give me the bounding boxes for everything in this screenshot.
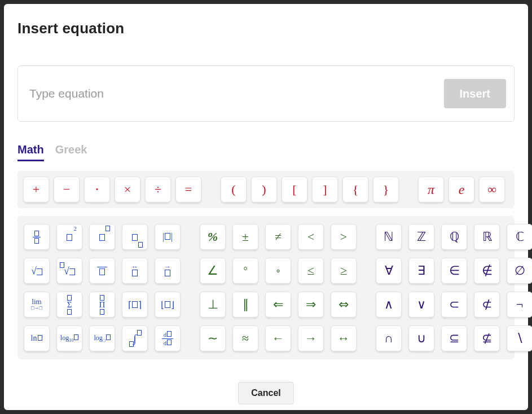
key-parallel[interactable]: ∥ [232, 292, 258, 318]
operators-panel: + − · × ÷ = ( ) [ ] { } π e ∞ [17, 171, 515, 208]
key-degree[interactable]: ° [232, 258, 258, 284]
key-rbracket[interactable]: ] [312, 177, 338, 202]
equation-input-row: Insert [17, 65, 515, 122]
key-cdot[interactable]: · [84, 177, 110, 202]
key-ln[interactable]: ln [24, 325, 50, 351]
key-logn[interactable]: log□ [89, 325, 115, 351]
key-leftarrow[interactable]: ← [265, 325, 291, 351]
key-e[interactable]: e [449, 177, 474, 202]
key-ceil[interactable]: ⌈⌉ [122, 292, 148, 318]
key-sqrt[interactable]: √ [24, 258, 50, 284]
key-leftrightarrow[interactable]: ↔ [331, 325, 357, 351]
spacer [403, 190, 414, 190]
key-limit[interactable]: lim□→□ [24, 292, 50, 318]
key-infinity[interactable]: ∞ [479, 177, 505, 202]
key-rightarrow[interactable]: → [298, 325, 324, 351]
key-equals[interactable]: = [175, 177, 201, 202]
key-over-leftrightarrow[interactable]: ↔ [122, 258, 148, 284]
key-perp[interactable]: ⊥ [200, 292, 226, 318]
key-abs[interactable]: || [155, 224, 181, 250]
key-rationals[interactable]: ℚ [441, 224, 467, 250]
key-or[interactable]: ∨ [408, 292, 434, 318]
key-le[interactable]: ≤ [298, 258, 324, 284]
key-sum[interactable]: Σ [56, 292, 82, 318]
key-product[interactable]: Π [89, 292, 115, 318]
equation-input[interactable] [29, 87, 444, 100]
dialog-title: Insert equation [17, 20, 515, 37]
key-overline[interactable] [89, 258, 115, 284]
key-plus[interactable]: + [23, 177, 49, 202]
key-lbrace[interactable]: { [342, 177, 368, 202]
key-implies-left[interactable]: ⇐ [265, 292, 291, 318]
key-reals[interactable]: ℝ [474, 224, 500, 250]
key-sim[interactable]: ∼ [200, 325, 226, 351]
key-emptyset[interactable]: ∅ [507, 258, 532, 284]
key-notelement[interactable]: ∉ [474, 258, 500, 284]
key-element[interactable]: ∈ [441, 258, 467, 284]
key-gt[interactable]: > [331, 224, 357, 250]
key-naturals[interactable]: ℕ [376, 224, 402, 250]
key-percent[interactable]: % [200, 224, 226, 250]
key-nsubseteq[interactable]: ⊈ [474, 325, 500, 351]
key-iff[interactable]: ⇔ [331, 292, 357, 318]
key-floor[interactable]: ⌊⌋ [155, 292, 181, 318]
key-approx[interactable]: ≈ [232, 325, 258, 351]
key-compose[interactable]: ∘ [265, 258, 291, 284]
key-over-rightarrow[interactable]: → [155, 258, 181, 284]
spacer [206, 190, 216, 190]
key-implies-right[interactable]: ⇒ [298, 292, 324, 318]
tab-greek[interactable]: Greek [55, 143, 87, 161]
key-rparen[interactable]: ) [251, 177, 277, 202]
key-nsubset[interactable]: ⊄ [474, 292, 500, 318]
key-intersect[interactable]: ∩ [376, 325, 402, 351]
insert-equation-dialog: Insert equation Insert Math Greek + − · … [4, 4, 528, 410]
insert-button[interactable]: Insert [444, 79, 506, 108]
key-integers[interactable]: ℤ [408, 224, 434, 250]
key-pi[interactable]: π [418, 177, 444, 202]
dialog-actions: Cancel [17, 382, 515, 404]
key-subscript[interactable] [122, 224, 148, 250]
key-complex[interactable]: ℂ [507, 224, 532, 250]
symbols-panel: 2 || % ± ≠ < > ℕ ℤ ℚ ℝ ℂ [17, 216, 515, 359]
key-derivative[interactable]: dd [155, 325, 181, 351]
key-union[interactable]: ∪ [408, 325, 434, 351]
key-rbrace[interactable]: } [373, 177, 399, 202]
key-and[interactable]: ∧ [376, 292, 402, 318]
key-lparen[interactable]: ( [221, 177, 247, 202]
key-not[interactable]: ¬ [507, 292, 532, 318]
key-angle[interactable]: ∠ [200, 258, 226, 284]
key-lt[interactable]: < [298, 224, 324, 250]
key-minus[interactable]: − [54, 177, 80, 202]
key-subseteq[interactable]: ⊆ [441, 325, 467, 351]
key-exists[interactable]: ∃ [408, 258, 434, 284]
key-ge[interactable]: ≥ [331, 258, 357, 284]
key-neq[interactable]: ≠ [265, 224, 291, 250]
key-fraction[interactable] [24, 224, 50, 250]
key-setminus[interactable]: ∖ [507, 325, 532, 351]
key-square[interactable]: 2 [56, 224, 82, 250]
key-forall[interactable]: ∀ [376, 258, 402, 284]
key-times[interactable]: × [115, 177, 140, 202]
key-lbracket[interactable]: [ [282, 177, 307, 202]
key-divide[interactable]: ÷ [145, 177, 171, 202]
tab-math[interactable]: Math [17, 143, 44, 161]
key-plusminus[interactable]: ± [232, 224, 258, 250]
symbol-tabs: Math Greek [17, 143, 515, 162]
key-power[interactable] [89, 224, 115, 250]
key-nthroot[interactable]: √ [56, 258, 82, 284]
key-integral[interactable]: ∫ [122, 325, 148, 351]
key-log10[interactable]: log10 [56, 325, 82, 351]
key-subset[interactable]: ⊂ [441, 292, 467, 318]
cancel-button[interactable]: Cancel [238, 382, 293, 404]
